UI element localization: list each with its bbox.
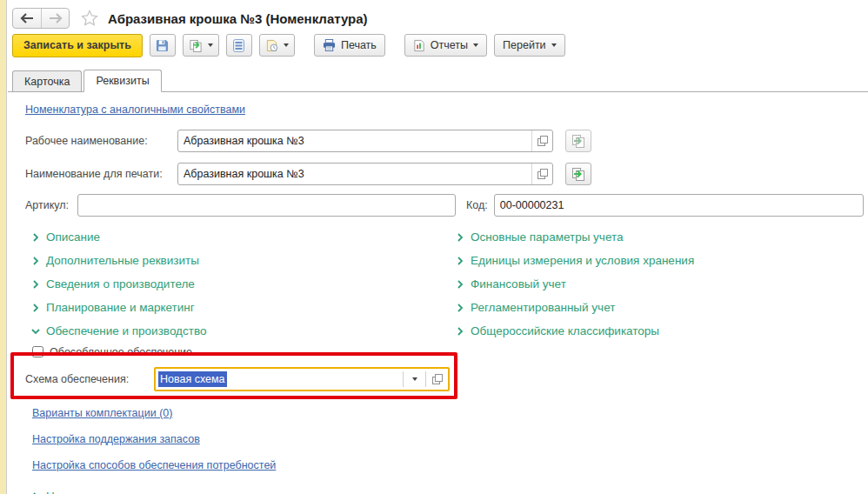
section-label: Планирование и маркетинг <box>46 301 195 314</box>
separate-supply-row: Обособленное обеспечение <box>32 344 450 359</box>
code-label: Код: <box>466 199 488 211</box>
section-label: Описание <box>46 230 100 244</box>
stock-support-link[interactable]: Настройка поддержания запасов <box>32 433 200 445</box>
section-label: Единицы измерения и условия хранения <box>471 254 694 267</box>
section-additional-attributes[interactable]: Дополнительные реквизиты <box>25 249 450 272</box>
working-name-open-button[interactable] <box>531 130 552 151</box>
chevron-right-icon <box>456 257 464 265</box>
copy-pages-icon <box>571 167 585 181</box>
sections-left-column: Описание Дополнительные реквизиты Сведен… <box>25 225 450 494</box>
chevron-right-icon <box>456 280 464 289</box>
section-financial-accounting[interactable]: Финансовый учет <box>450 272 864 296</box>
arrow-right-icon <box>49 13 63 23</box>
separate-supply-checkbox[interactable] <box>32 346 43 357</box>
dropdown-caret <box>284 43 289 47</box>
copy-split-button[interactable] <box>183 34 219 57</box>
copy-print-name-button[interactable] <box>565 163 591 185</box>
print-button[interactable]: Печать <box>314 34 385 57</box>
section-label: Обеспечение и производство <box>46 324 206 337</box>
forward-button[interactable] <box>41 9 69 28</box>
form-header: Абразивная крошка №3 (Номенклатура) <box>8 0 868 31</box>
print-name-open-button[interactable] <box>531 164 552 184</box>
reports-button-label: Отчеты <box>431 39 468 51</box>
structure-button[interactable] <box>226 34 252 57</box>
section-label: Цены <box>46 490 77 494</box>
window-edge-strip <box>0 0 7 494</box>
tab-card[interactable]: Карточка <box>12 70 82 91</box>
favorite-star-button[interactable] <box>80 9 99 28</box>
supply-scheme-label: Схема обеспечения: <box>25 373 154 385</box>
dropdown-caret <box>208 43 213 47</box>
page-title: Абразивная крошка №3 (Номенклатура) <box>108 11 368 26</box>
section-regulated-accounting[interactable]: Регламентированный учет <box>450 296 864 319</box>
sections-right-column: Основные параметры учета Единицы измерен… <box>450 225 864 494</box>
article-input[interactable] <box>78 195 455 216</box>
print-name-row: Наименование для печати: <box>25 163 864 185</box>
code-field-box <box>494 194 864 217</box>
dropdown-caret <box>551 43 557 47</box>
copy-working-name-button[interactable] <box>565 130 591 152</box>
history-nav <box>12 8 70 29</box>
dropdown-caret <box>412 377 417 381</box>
similar-properties-link[interactable]: Номенклатура с аналогичными свойствами <box>25 103 245 116</box>
print-name-input[interactable] <box>178 164 531 184</box>
copy-pages-icon <box>571 134 585 148</box>
goto-button-label: Перейти <box>503 39 546 51</box>
arrow-left-icon <box>20 13 34 23</box>
printer-icon <box>323 39 336 51</box>
print-name-label: Наименование для печати: <box>25 168 177 180</box>
article-code-row: Артикул: Код: <box>25 194 864 217</box>
reports-button[interactable]: Отчеты <box>404 34 487 57</box>
section-prices[interactable]: Цены <box>25 484 450 494</box>
chevron-down-icon <box>31 327 40 336</box>
supply-scheme-open-button[interactable] <box>425 371 448 387</box>
chevron-right-icon <box>31 280 40 289</box>
tab-bar: Карточка Реквизиты <box>8 70 868 92</box>
floppy-icon <box>156 39 169 52</box>
save-and-close-button[interactable]: Записать и закрыть <box>12 34 143 57</box>
chevron-right-icon <box>456 233 464 242</box>
goto-button[interactable]: Перейти <box>494 34 565 57</box>
list-stack-icon <box>233 39 244 52</box>
section-description[interactable]: Описание <box>25 225 450 249</box>
section-label: Общероссийские классификаторы <box>471 324 659 337</box>
section-main-accounting-params[interactable]: Основные параметры учета <box>450 225 864 249</box>
kit-variants-link[interactable]: Варианты комплектации (0) <box>32 407 172 419</box>
supply-scheme-row: Схема обеспечения: Новая схема <box>25 367 450 391</box>
open-icon <box>537 136 548 146</box>
section-label: Финансовый учет <box>471 277 566 290</box>
supply-scheme-dropdown-button[interactable] <box>403 371 425 387</box>
code-input[interactable] <box>495 195 863 216</box>
supply-scheme-selected-text: Новая схема <box>158 371 227 387</box>
toolbar: Записать и закрыть Печать Отчеты Перейти <box>8 31 868 59</box>
back-button[interactable] <box>13 9 41 28</box>
working-name-input[interactable] <box>178 130 531 151</box>
report-icon <box>413 39 425 52</box>
section-label: Основные параметры учета <box>471 230 624 244</box>
section-russian-classifiers[interactable]: Общероссийские классификаторы <box>450 319 864 343</box>
star-icon <box>80 9 99 28</box>
working-name-row: Рабочее наименование: <box>25 130 864 152</box>
chevron-right-icon <box>456 304 464 312</box>
chevron-right-icon <box>31 304 40 312</box>
section-units-storage[interactable]: Единицы измерения и условия хранения <box>450 249 864 272</box>
open-icon <box>537 169 548 179</box>
section-manufacturer-info[interactable]: Сведения о производителе <box>25 272 450 296</box>
sections-area: Описание Дополнительные реквизиты Сведен… <box>25 225 864 494</box>
nomenclature-form: Абразивная крошка №3 (Номенклатура) Запи… <box>8 0 868 494</box>
document-clock-icon <box>265 39 278 52</box>
print-name-field-box <box>177 163 553 185</box>
section-label: Регламентированный учет <box>471 301 615 314</box>
working-name-field-box <box>177 130 553 152</box>
separate-supply-label: Обособленное обеспечение <box>50 346 192 358</box>
working-name-label: Рабочее наименование: <box>25 135 177 147</box>
tab-details[interactable]: Реквизиты <box>83 70 161 92</box>
print-button-label: Печать <box>341 39 377 51</box>
section-planning-marketing[interactable]: Планирование и маркетинг <box>25 296 450 319</box>
supply-methods-link[interactable]: Настройка способов обеспечения потребнос… <box>32 459 276 471</box>
save-button[interactable] <box>150 34 176 57</box>
section-supply-production[interactable]: Обеспечение и производство <box>25 319 450 343</box>
supply-scheme-combobox[interactable]: Новая схема <box>154 367 450 391</box>
history-split-button[interactable] <box>259 34 295 57</box>
chevron-right-icon <box>31 233 40 242</box>
